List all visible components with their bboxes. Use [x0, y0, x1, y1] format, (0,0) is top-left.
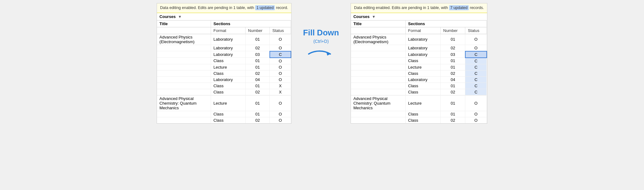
- status-cell[interactable]: C: [270, 51, 291, 58]
- title-cell: [351, 70, 406, 76]
- right-courses-title-row: Courses ▼: [351, 13, 487, 20]
- table-row: Laboratory03C: [157, 51, 291, 58]
- title-cell: [351, 83, 406, 89]
- number-cell: 01: [441, 64, 465, 70]
- table-row: Class01O: [351, 111, 487, 117]
- table-row: Class01O: [157, 58, 291, 64]
- title-cell: Advanced Physics(Electromagnetism): [351, 34, 406, 45]
- format-cell: Class: [211, 111, 245, 117]
- title-cell: [157, 83, 211, 89]
- number-cell: 01: [246, 83, 270, 89]
- left-courses-title-row: Courses ▼: [157, 13, 291, 20]
- table-row: Advanced Physics(Electromagnetism)Labora…: [351, 34, 487, 45]
- number-cell: 01: [246, 58, 270, 64]
- number-cell: 02: [441, 89, 465, 95]
- table-row: Class01O: [157, 111, 291, 117]
- right-notice-suffix: records.: [470, 6, 484, 10]
- table-row: Class02O: [351, 117, 487, 123]
- title-cell: Advanced PhysicalChemistry: QuantumMecha…: [157, 95, 211, 111]
- title-cell: [351, 64, 406, 70]
- right-th-title: Title: [351, 20, 406, 27]
- right-filter-icon[interactable]: ▼: [372, 15, 376, 19]
- right-sub-headers-row: Format Number Status: [351, 27, 487, 34]
- format-cell: Laboratory: [406, 76, 441, 83]
- title-cell: [351, 89, 406, 95]
- table-row: Advanced Physics(Electromagnetism)Labora…: [157, 34, 291, 45]
- table-row: Advanced PhysicalChemistry: QuantumMecha…: [157, 95, 291, 111]
- format-cell: Lecture: [211, 95, 245, 111]
- table-row: Laboratory04C: [351, 76, 487, 83]
- number-cell: 01: [246, 34, 270, 45]
- number-cell: 02: [246, 45, 270, 51]
- title-cell: [351, 51, 406, 58]
- format-cell: Laboratory: [211, 76, 245, 83]
- right-th-title-spacer: [351, 27, 406, 34]
- status-cell: C: [465, 58, 487, 64]
- title-cell: [157, 45, 211, 51]
- table-row: Class02C: [351, 89, 487, 95]
- number-cell: 03: [246, 51, 270, 58]
- table-row: Lecture01O: [157, 64, 291, 70]
- left-th-format: Format: [211, 27, 245, 34]
- right-notice-prefix: Data editing enabled. Edits are pending …: [354, 6, 448, 10]
- right-th-format: Format: [406, 27, 441, 34]
- table-row: Advanced PhysicalChemistry: QuantumMecha…: [351, 95, 487, 111]
- left-panel: Data editing enabled. Edits are pending …: [157, 3, 292, 124]
- number-cell: 02: [441, 45, 465, 51]
- main-wrapper: Data editing enabled. Edits are pending …: [157, 3, 487, 124]
- left-courses-title-cell: Courses ▼: [157, 13, 291, 20]
- left-notice-prefix: Data editing enabled. Edits are pending …: [160, 6, 254, 10]
- status-cell: O: [465, 45, 487, 51]
- right-tbody: Advanced Physics(Electromagnetism)Labora…: [351, 34, 487, 123]
- format-cell: Class: [211, 117, 245, 123]
- number-cell: 02: [441, 70, 465, 76]
- left-notice-suffix: record.: [276, 6, 288, 10]
- left-col-headers-row: Title Sections: [157, 20, 291, 27]
- number-cell: 02: [441, 117, 465, 123]
- number-cell: 03: [441, 51, 465, 58]
- left-filter-icon[interactable]: ▼: [178, 15, 182, 19]
- left-notice-highlight: 1 updated: [255, 5, 275, 10]
- status-cell: C: [465, 89, 487, 95]
- number-cell: 02: [246, 70, 270, 76]
- status-cell: C: [465, 64, 487, 70]
- status-cell: O: [270, 58, 291, 64]
- status-cell: O: [270, 111, 291, 117]
- right-notice-bar: Data editing enabled. Edits are pending …: [351, 3, 487, 13]
- format-cell: Laboratory: [406, 51, 441, 58]
- format-cell: Class: [211, 58, 245, 64]
- status-cell: O: [270, 117, 291, 123]
- left-th-status: Status: [270, 27, 291, 34]
- number-cell: 01: [441, 95, 465, 111]
- right-th-status: Status: [465, 27, 487, 34]
- format-cell: Class: [211, 70, 245, 76]
- status-cell: C: [465, 76, 487, 83]
- title-cell: [157, 64, 211, 70]
- title-cell: Advanced Physics(Electromagnetism): [157, 34, 211, 45]
- table-row: Laboratory03C: [351, 51, 487, 58]
- title-cell: [351, 45, 406, 51]
- left-th-title: Title: [157, 20, 211, 27]
- format-cell: Class: [406, 117, 441, 123]
- table-row: Class01C: [351, 58, 487, 64]
- status-cell[interactable]: C: [465, 51, 487, 58]
- format-cell: Laboratory: [211, 34, 245, 45]
- number-cell: 02: [246, 89, 270, 95]
- right-notice-highlight: 7 updated: [449, 5, 469, 10]
- table-row: Laboratory02O: [157, 45, 291, 51]
- title-cell: Advanced PhysicalChemistry: QuantumMecha…: [351, 95, 406, 111]
- title-cell: [157, 117, 211, 123]
- right-th-number: Number: [441, 27, 465, 34]
- table-row: Class01X: [157, 83, 291, 89]
- status-cell: X: [270, 89, 291, 95]
- title-cell: [351, 117, 406, 123]
- fill-down-label: Fill Down: [303, 28, 339, 38]
- status-cell: O: [270, 45, 291, 51]
- number-cell: 01: [246, 64, 270, 70]
- table-row: Class02O: [157, 70, 291, 76]
- status-cell: O: [465, 111, 487, 117]
- format-cell: Lecture: [406, 64, 441, 70]
- number-cell: 01: [441, 34, 465, 45]
- title-cell: [157, 111, 211, 117]
- status-cell: O: [270, 76, 291, 83]
